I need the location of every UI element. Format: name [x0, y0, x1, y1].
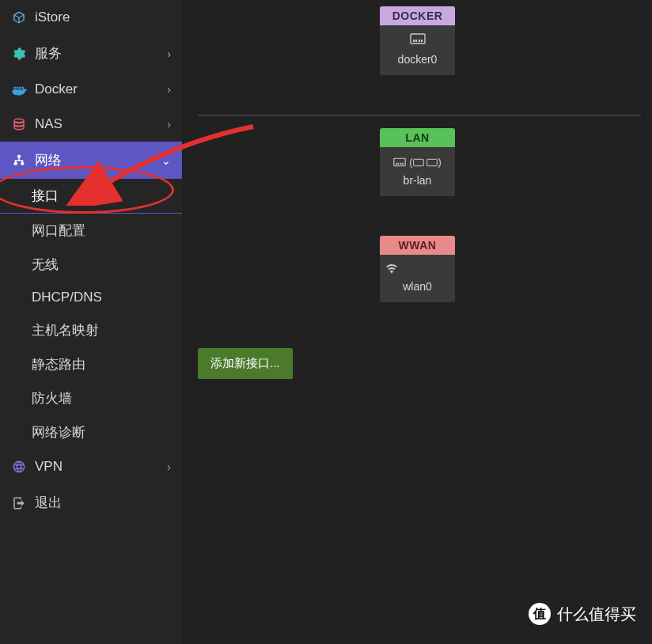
- interface-name: br-lan: [385, 174, 450, 187]
- svg-rect-6: [396, 163, 397, 165]
- chevron-right-icon: ›: [167, 83, 171, 96]
- submenu-item-wireless[interactable]: 无线: [0, 248, 182, 282]
- sidebar-item-nas[interactable]: NAS ›: [0, 107, 182, 142]
- submenu-item-hostnames[interactable]: 主机名映射: [0, 313, 182, 347]
- svg-rect-3: [419, 40, 420, 42]
- sidebar-item-vpn[interactable]: VPN ›: [0, 449, 182, 484]
- interface-badge: WWAN: [380, 236, 455, 255]
- interface-name: wlan0: [385, 280, 450, 293]
- main-content: DOCKER docker0 LAN ( ) br-lan WWAN: [182, 0, 652, 644]
- svg-rect-11: [427, 159, 438, 165]
- chevron-right-icon: ›: [167, 47, 171, 60]
- submenu-item-dhcp-dns[interactable]: DHCP/DNS: [0, 282, 182, 313]
- svg-rect-7: [398, 163, 400, 165]
- chevron-right-icon: ›: [167, 118, 171, 131]
- svg-rect-8: [400, 163, 402, 165]
- sidebar-item-docker[interactable]: Docker ›: [0, 72, 182, 107]
- submenu-item-port-config[interactable]: 网口配置: [0, 214, 182, 248]
- network-icon: [11, 153, 27, 169]
- submenu-item-firewall[interactable]: 防火墙: [0, 381, 182, 415]
- sidebar-item-istore[interactable]: iStore: [0, 0, 182, 35]
- sidebar: iStore 服务 › Docker › NAS ›: [0, 0, 182, 644]
- add-interface-button[interactable]: 添加新接口...: [198, 348, 293, 379]
- svg-rect-4: [421, 40, 423, 42]
- interface-name: docker0: [385, 53, 450, 66]
- divider: [198, 115, 641, 116]
- sidebar-item-services[interactable]: 服务 ›: [0, 35, 182, 72]
- sidebar-item-label: NAS: [35, 116, 167, 132]
- watermark: 值 什么值得买: [529, 603, 636, 625]
- sidebar-item-label: VPN: [35, 459, 167, 475]
- cube-icon: [11, 9, 27, 25]
- svg-rect-0: [411, 34, 425, 44]
- globe-icon: [11, 459, 27, 475]
- sidebar-item-label: Docker: [35, 81, 167, 97]
- sidebar-item-label: 服务: [35, 44, 167, 63]
- interface-body: wlan0: [380, 255, 455, 302]
- interface-body: docker0: [380, 25, 455, 75]
- sidebar-item-label: 网络: [35, 151, 161, 169]
- chevron-down-icon: ⌄: [161, 154, 171, 167]
- sidebar-item-logout[interactable]: 退出: [0, 484, 182, 521]
- network-submenu: 接口 网口配置 无线 DHCP/DNS 主机名映射 静态路由 防火墙 网络诊断: [0, 179, 182, 449]
- logout-icon: [11, 495, 27, 511]
- interface-badge: LAN: [380, 128, 455, 147]
- gears-icon: [11, 46, 27, 62]
- bridge-icon: ( ): [385, 155, 450, 168]
- interface-badge: DOCKER: [380, 6, 455, 25]
- sidebar-item-network[interactable]: 网络 ⌄: [0, 142, 182, 179]
- interface-body: ( ) br-lan: [380, 147, 455, 196]
- submenu-item-diagnostics[interactable]: 网络诊断: [0, 415, 182, 449]
- watermark-icon: 值: [529, 603, 551, 625]
- interface-card-docker[interactable]: DOCKER docker0: [380, 6, 455, 75]
- docker-icon: [11, 81, 27, 97]
- submenu-item-interfaces[interactable]: 接口: [0, 179, 182, 214]
- interface-card-wwan[interactable]: WWAN wlan0: [380, 236, 455, 302]
- watermark-text: 什么值得买: [557, 604, 636, 625]
- ethernet-icon: [385, 33, 450, 47]
- svg-rect-10: [413, 159, 423, 165]
- chevron-right-icon: ›: [167, 460, 171, 473]
- wifi-icon: [385, 263, 450, 274]
- svg-rect-5: [394, 158, 405, 166]
- interface-card-lan[interactable]: LAN ( ) br-lan: [380, 128, 455, 196]
- submenu-item-static-routes[interactable]: 静态路由: [0, 347, 182, 381]
- sidebar-item-label: iStore: [35, 9, 171, 25]
- svg-rect-9: [402, 163, 404, 165]
- database-icon: [11, 116, 27, 132]
- svg-rect-1: [413, 40, 415, 42]
- svg-rect-2: [415, 40, 417, 42]
- sidebar-item-label: 退出: [35, 494, 171, 512]
